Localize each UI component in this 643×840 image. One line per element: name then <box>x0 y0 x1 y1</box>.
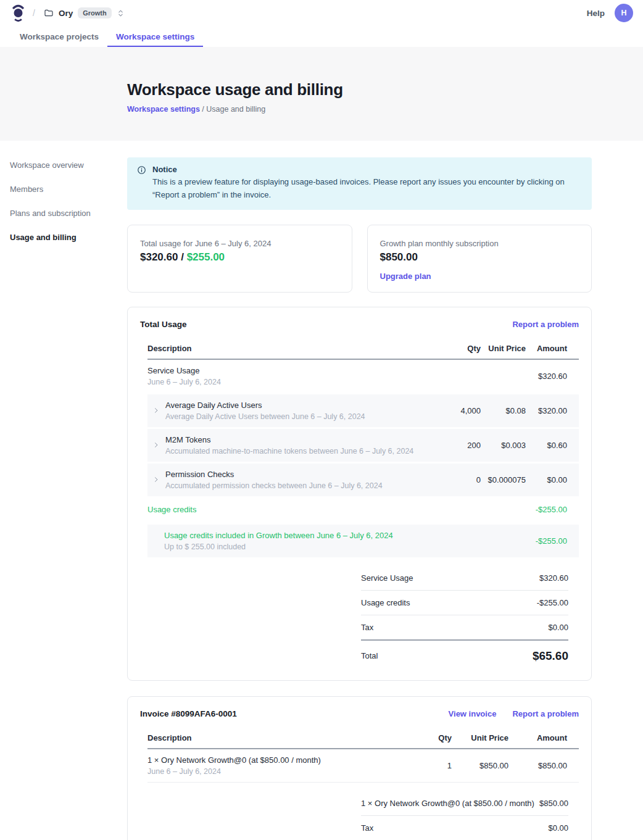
breadcrumb: Workspace settings / Usage and billing <box>127 105 643 114</box>
row-qty: 200 <box>436 441 481 450</box>
sidebar-item-workspace-overview[interactable]: Workspace overview <box>10 157 118 173</box>
help-link[interactable]: Help <box>587 9 605 18</box>
breadcrumb-separator: / <box>33 8 35 18</box>
row-subtitle: June 6 – July 6, 2024 <box>147 378 436 386</box>
row-amount: $320.00 <box>526 406 579 415</box>
invoice-card: Invoice #8099AFA6-0001 View invoice Repo… <box>127 696 592 840</box>
row-amount: $0.60 <box>526 441 579 450</box>
page-title: Workspace usage and billing <box>127 80 643 99</box>
row-amount: -$255.00 <box>526 505 579 514</box>
total-label: Total <box>361 651 378 660</box>
invoice-table: Description Qty Unit Price Amount 1 × Or… <box>147 728 579 783</box>
usage-separator: / <box>178 251 186 263</box>
usage-card-title: Total Usage <box>140 320 187 329</box>
row-qty: 4,000 <box>436 406 481 415</box>
row-title: Service Usage <box>147 366 436 375</box>
usage-table-header: Description Qty Unit Price Amount <box>147 339 579 360</box>
col-qty: Qty <box>436 344 481 353</box>
table-row-service-usage: Service Usage June 6 – July 6, 2024 $320… <box>147 360 579 393</box>
summary-row-tax: Tax $0.00 <box>361 615 568 641</box>
row-title: Average Daily Active Users <box>165 401 365 410</box>
top-bar: / Ory Growth Help H <box>0 0 643 26</box>
chevron-up-down-icon <box>117 9 125 18</box>
summary-label: Tax <box>361 823 373 833</box>
invoice-card-title: Invoice #8099AFA6-0001 <box>140 709 237 718</box>
usage-summary: Service Usage $320.60 Usage credits -$25… <box>361 566 568 667</box>
col-amount: Amount <box>526 733 579 742</box>
tab-workspace-settings[interactable]: Workspace settings <box>107 26 203 47</box>
notice-body: This is a preview feature for displaying… <box>152 176 582 202</box>
upgrade-plan-link[interactable]: Upgrade plan <box>380 272 431 281</box>
avatar[interactable]: H <box>615 4 633 22</box>
summary-row-usage-credits: Usage credits -$255.00 <box>361 591 568 615</box>
col-description: Description <box>147 733 407 742</box>
row-subtitle: June 6 – July 6, 2024 <box>147 767 407 776</box>
ory-logo-icon[interactable] <box>11 4 25 22</box>
row-subtitle: Accumulated machine-to-machine tokens be… <box>165 447 413 455</box>
summary-value: -$255.00 <box>537 598 568 607</box>
plan-value: $850.00 <box>380 251 579 264</box>
notice-banner: Notice This is a preview feature for dis… <box>127 157 592 210</box>
chevron-right-icon[interactable] <box>152 407 160 414</box>
row-title: Permission Checks <box>165 470 383 479</box>
chevron-right-icon[interactable] <box>152 441 160 449</box>
report-problem-link[interactable]: Report a problem <box>512 320 579 329</box>
plan-label: Growth plan monthly subscription <box>380 239 579 248</box>
total-usage-label: Total usage for June 6 – July 6, 2024 <box>140 239 339 248</box>
summary-value: $0.00 <box>548 623 568 632</box>
row-amount: $320.60 <box>526 372 579 381</box>
summary-value: $850.00 <box>539 799 568 808</box>
col-amount: Amount <box>526 344 579 353</box>
summary-label: Tax <box>361 623 373 632</box>
total-usage-card: Total usage for June 6 – July 6, 2024 $3… <box>127 225 352 293</box>
chevron-right-icon[interactable] <box>152 476 160 483</box>
settings-sidebar: Workspace overview Members Plans and sub… <box>10 157 118 253</box>
breadcrumb-current: Usage and billing <box>206 105 265 114</box>
row-title: Usage credits included in Growth between… <box>164 531 393 540</box>
row-amount: -$255.00 <box>526 536 579 546</box>
summary-cards: Total usage for June 6 – July 6, 2024 $3… <box>127 225 592 293</box>
info-icon <box>137 165 146 202</box>
col-description: Description <box>147 344 436 353</box>
row-qty: 1 <box>407 761 469 770</box>
usage-credit-amount: $255.00 <box>187 251 225 263</box>
sidebar-item-members[interactable]: Members <box>10 181 118 198</box>
table-row-growth-plan: 1 × Ory Network Growth@0 (at $850.00 / m… <box>147 749 579 783</box>
plan-badge: Growth <box>78 7 112 19</box>
table-row-usage-credits-detail: Usage credits included in Growth between… <box>147 525 579 557</box>
row-subtitle: Accumulated permission checks between Ju… <box>165 481 383 490</box>
notice-title: Notice <box>152 165 582 174</box>
sidebar-item-plans-subscription[interactable]: Plans and subscription <box>10 205 118 222</box>
row-subtitle: Up to $ 255.00 included <box>164 543 393 551</box>
row-unit-price: $0.08 <box>481 406 526 415</box>
report-problem-link[interactable]: Report a problem <box>512 709 579 718</box>
workspace-name: Ory <box>59 9 73 18</box>
total-usage-value: $320.60 / $255.00 <box>140 251 339 264</box>
table-row-permission-checks[interactable]: Permission Checks Accumulated permission… <box>147 464 579 496</box>
summary-row-total: Total $65.60 <box>361 641 568 667</box>
row-title: Usage credits <box>147 505 436 514</box>
summary-row-growth-plan: 1 × Ory Network Growth@0 (at $850.00 / m… <box>361 791 568 816</box>
row-amount: $0.00 <box>526 475 579 484</box>
content-area: Workspace overview Members Plans and sub… <box>0 141 643 840</box>
breadcrumb-settings-link[interactable]: Workspace settings <box>127 105 200 114</box>
col-unit-price: Unit Price <box>469 733 526 742</box>
table-row-adau[interactable]: Average Daily Active Users Average Daily… <box>147 394 579 427</box>
table-row-m2m-tokens[interactable]: M2M Tokens Accumulated machine-to-machin… <box>147 429 579 462</box>
page-header: Workspace usage and billing Workspace se… <box>0 47 643 141</box>
row-title: M2M Tokens <box>165 435 413 444</box>
row-unit-price: $0.003 <box>481 441 526 450</box>
summary-label: 1 × Ory Network Growth@0 (at $850.00 / m… <box>361 799 534 808</box>
summary-label: Service Usage <box>361 573 413 583</box>
sidebar-item-usage-billing[interactable]: Usage and billing <box>10 229 118 246</box>
invoice-table-header: Description Qty Unit Price Amount <box>147 728 579 749</box>
row-title: 1 × Ory Network Growth@0 (at $850.00 / m… <box>147 755 407 765</box>
usage-amount: $320.60 <box>140 251 178 263</box>
view-invoice-link[interactable]: View invoice <box>449 709 497 718</box>
tab-workspace-projects[interactable]: Workspace projects <box>11 26 107 47</box>
row-qty: 0 <box>436 475 481 484</box>
workspace-switcher[interactable]: Ory Growth <box>44 7 125 19</box>
usage-table: Description Qty Unit Price Amount Servic… <box>147 339 579 557</box>
workspace-tabs: Workspace projects Workspace settings <box>0 26 643 47</box>
invoice-summary: 1 × Ory Network Growth@0 (at $850.00 / m… <box>361 791 568 840</box>
